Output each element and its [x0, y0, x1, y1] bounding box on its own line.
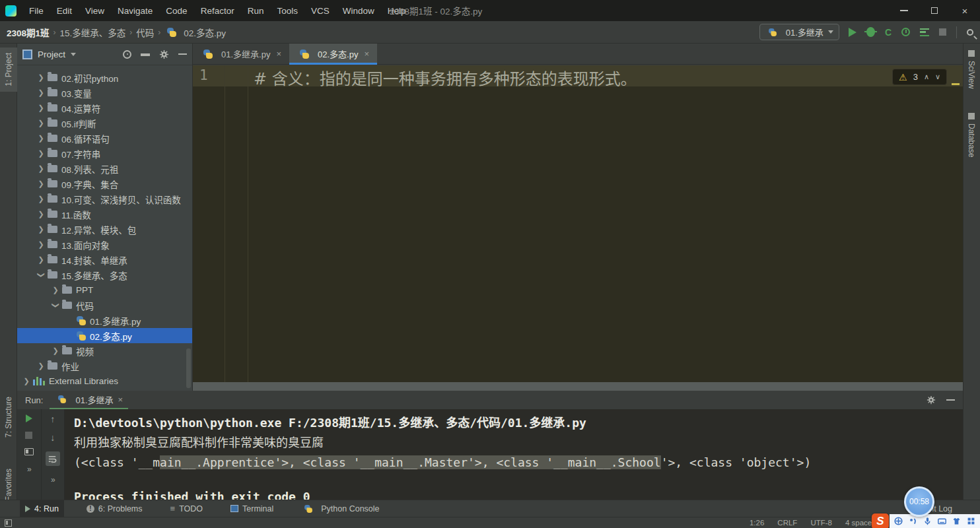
more-actions-icon[interactable]: » — [27, 465, 31, 474]
editor-run-splitter[interactable] — [193, 382, 963, 391]
toolwindow-switcher-icon[interactable] — [5, 519, 12, 527]
run-tab[interactable]: 01.多继承 × — [50, 391, 128, 409]
status-segment[interactable]: UTF-8 — [810, 519, 832, 527]
restore-layout-icon[interactable] — [24, 448, 34, 455]
chevron-collapsed-icon[interactable]: ❯ — [37, 210, 45, 218]
tree-item[interactable]: ❯09.字典、集合 — [17, 176, 192, 191]
tree-item[interactable]: ❯视频 — [17, 343, 192, 358]
chevron-collapsed-icon[interactable]: ❯ — [37, 180, 45, 188]
toolwindow-stripe-database[interactable]: Database — [963, 113, 980, 157]
menu-item-file[interactable]: File — [23, 4, 50, 18]
toolwindow-stripe[interactable]: 7: Structure — [0, 397, 17, 438]
chevron-collapsed-icon[interactable]: ❯ — [37, 134, 45, 143]
menu-item-view[interactable]: View — [79, 4, 110, 18]
editor[interactable]: 1 # 含义：指的是同一种事务拥有多种形态的表现形式。 ⚠ 3 ∧ ∨ — [193, 65, 963, 382]
menu-item-vcs[interactable]: VCS — [305, 4, 335, 18]
tree-item[interactable]: ❯作业 — [17, 358, 192, 374]
soft-wrap-icon[interactable] — [46, 451, 60, 466]
prev-warning-icon[interactable]: ∧ — [924, 73, 929, 81]
toolwindow-button-problems[interactable]: !6: Problems — [81, 500, 148, 517]
more-actions-icon[interactable]: » — [51, 475, 55, 484]
tree-item[interactable]: ❯04.运算符 — [17, 100, 192, 116]
close-icon[interactable]: × — [364, 49, 369, 59]
toolwindow-button-run[interactable]: 4: Run — [20, 500, 64, 517]
run-with-button[interactable] — [920, 28, 929, 36]
microphone-icon[interactable] — [923, 517, 932, 525]
hide-panel-icon[interactable] — [178, 53, 187, 55]
chevron-collapsed-icon[interactable]: ❯ — [37, 225, 45, 234]
chevron-collapsed-icon[interactable]: ❯ — [37, 88, 45, 97]
debug-button[interactable] — [866, 27, 875, 37]
tree-item[interactable]: ❯12.异常、模块、包 — [17, 222, 192, 237]
tree-item[interactable]: ❯05.if判断 — [17, 116, 192, 131]
breadcrumb-item[interactable]: 15.多继承、多态 — [60, 26, 126, 39]
tree-item[interactable]: ❯14.封装、单继承 — [17, 252, 192, 267]
toolwindow-stripe-sciview[interactable]: SciView — [963, 50, 980, 88]
tree-item[interactable]: ❯06.循环语句 — [17, 131, 192, 146]
chevron-expanded-icon[interactable]: ❯ — [52, 302, 60, 310]
ime-punctuation-icon[interactable] — [909, 517, 917, 525]
breadcrumb-item[interactable]: 02.多态.py — [164, 26, 226, 39]
chevron-collapsed-icon[interactable]: ❯ — [52, 286, 59, 294]
chevron-collapsed-icon[interactable]: ❯ — [37, 164, 45, 173]
keyboard-icon[interactable] — [938, 517, 946, 525]
toolwindow-stripe-project[interactable]: 1: Project — [0, 48, 17, 92]
down-stack-trace-icon[interactable]: ↓ — [50, 433, 55, 442]
coverage-button[interactable]: C — [885, 27, 892, 38]
profiler-button[interactable] — [901, 28, 910, 36]
chevron-expanded-icon[interactable]: ❯ — [37, 271, 46, 279]
maximize-button[interactable] — [919, 0, 950, 21]
status-segment[interactable]: 1:26 — [750, 519, 764, 527]
breadcrumb-item[interactable]: 2308期1班 — [7, 26, 50, 39]
tree-item[interactable]: ❯11.函数 — [17, 207, 192, 222]
run-configuration-select[interactable]: 01.多继承 — [759, 24, 839, 40]
close-icon[interactable]: × — [276, 49, 281, 59]
run-console-output[interactable]: D:\devtools\python\python.exe F:/2308期1班… — [65, 409, 963, 500]
project-scrollbar[interactable] — [186, 348, 191, 388]
chevron-down-icon[interactable] — [71, 53, 76, 56]
tree-item[interactable]: ❯13.面向对象 — [17, 237, 192, 252]
tree-item[interactable]: ❯07.字符串 — [17, 146, 192, 161]
tree-item[interactable]: 02.多态.py — [17, 328, 192, 343]
stop-button[interactable] — [25, 432, 32, 439]
status-segment[interactable]: CRLF — [777, 519, 797, 527]
tree-item[interactable]: ❯PPT — [17, 282, 192, 298]
tree-item[interactable]: ❯02.初识python — [17, 70, 192, 85]
chevron-collapsed-icon[interactable]: ❯ — [52, 346, 59, 355]
tree-item[interactable]: ❯15.多继承、多态 — [17, 267, 192, 282]
project-panel-title[interactable]: Project — [38, 50, 65, 59]
tree-item[interactable]: ❯08.列表、元祖 — [17, 161, 192, 176]
skin-icon[interactable] — [952, 517, 961, 525]
locate-file-icon[interactable] — [123, 50, 131, 59]
tree-item[interactable]: ❯External Libraries — [17, 374, 192, 389]
toolbox-icon[interactable] — [967, 517, 975, 525]
settings-gear-icon[interactable] — [927, 395, 936, 405]
toolwindow-button-todo[interactable]: ≡TODO — [165, 500, 208, 517]
tree-item[interactable]: ❯03.变量 — [17, 85, 192, 100]
tree-item[interactable]: ❯代码 — [17, 298, 192, 313]
chevron-collapsed-icon[interactable]: ❯ — [37, 195, 45, 203]
editor-tab[interactable]: 01.多继承.py× — [193, 44, 289, 64]
menu-item-navigate[interactable]: Navigate — [112, 4, 158, 18]
code-comment-line[interactable]: # 含义：指的是同一种事务拥有多种形态的表现形式。 — [254, 66, 637, 89]
collapse-all-icon[interactable] — [141, 53, 150, 56]
chevron-collapsed-icon[interactable]: ❯ — [37, 149, 45, 158]
hide-panel-icon[interactable] — [946, 399, 955, 401]
next-warning-icon[interactable]: ∨ — [935, 73, 940, 81]
up-stack-trace-icon[interactable]: ↑ — [50, 414, 55, 424]
menu-item-refactor[interactable]: Refactor — [195, 4, 240, 18]
toolwindow-button-terminal[interactable]: Terminal — [225, 500, 279, 517]
chevron-collapsed-icon[interactable]: ❯ — [37, 104, 45, 112]
breadcrumb-item[interactable]: 代码 — [136, 26, 154, 39]
menu-item-code[interactable]: Code — [160, 4, 193, 18]
tree-item[interactable]: ❯10.可变、深浅拷贝、认识函数 — [17, 191, 192, 207]
run-button[interactable] — [849, 28, 857, 37]
chevron-collapsed-icon[interactable]: ❯ — [37, 255, 45, 264]
tree-item[interactable]: 01.多继承.py — [17, 313, 192, 328]
menu-item-run[interactable]: Run — [242, 4, 270, 18]
search-everywhere-icon[interactable] — [967, 29, 973, 36]
editor-tab[interactable]: 02.多态.py× — [289, 44, 377, 64]
toolwindow-button-python[interactable]: Python Console — [296, 500, 384, 517]
chevron-collapsed-icon[interactable]: ❯ — [37, 73, 45, 82]
minimize-button[interactable] — [889, 0, 919, 21]
